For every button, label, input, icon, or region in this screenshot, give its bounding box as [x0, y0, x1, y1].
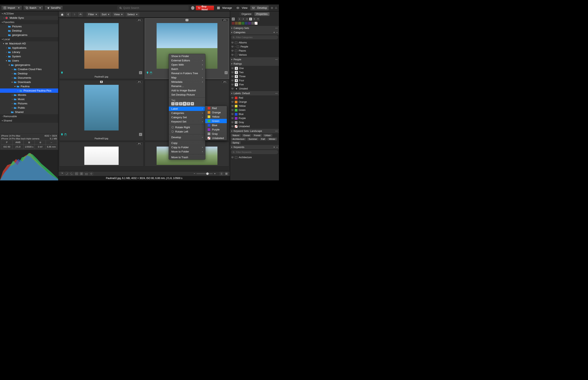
refresh-button[interactable] [89, 172, 93, 175]
keyword-tag[interactable]: Fall [259, 138, 266, 140]
tree-item-paulina[interactable]: ▾ Paulina [0, 84, 58, 89]
ctx-move-to[interactable]: Move to Folder› [169, 150, 205, 154]
ctx-copy[interactable]: Copy [169, 141, 205, 145]
label-row[interactable]: Unlabeled [231, 124, 278, 128]
tree-section-shared[interactable]: ▾Shared [0, 118, 58, 123]
ctx-reveal[interactable]: Reveal in Folders Tree [169, 71, 205, 76]
ctx-item[interactable]: Add to Image Basket [169, 88, 205, 93]
label-option[interactable]: Unlabeled [205, 136, 227, 140]
tree-item[interactable]: georgecairns [0, 33, 58, 37]
tree-item[interactable]: ›Pictures [0, 101, 58, 106]
rotate-cw-button[interactable] [70, 172, 74, 175]
tree-item-shared[interactable]: Shared [0, 110, 58, 114]
swatch-green[interactable] [242, 22, 244, 25]
tree-item[interactable]: ›Movies [0, 93, 58, 97]
compare-button[interactable] [80, 172, 83, 175]
label-row[interactable]: Gray [231, 120, 278, 124]
section-keywords[interactable]: ▾Keywords+ − [230, 145, 279, 149]
tree-item[interactable]: Pictures [0, 24, 58, 29]
thumb-cell[interactable]: JPG ✓ Paulina01.jpg [59, 18, 144, 79]
section-categories[interactable]: ▾Categories+ − [230, 30, 279, 35]
zoom-slider[interactable] [196, 173, 213, 174]
label-option[interactable]: Yellow [205, 114, 227, 119]
keyword-tag[interactable]: Nature [231, 134, 241, 137]
rotate-ccw-button[interactable] [65, 172, 69, 175]
quick-search[interactable] [117, 5, 189, 10]
keyword-tag[interactable]: Winter [267, 138, 277, 140]
keyword-tag[interactable]: Forest [252, 134, 262, 137]
tag-check[interactable]: ✓ [139, 71, 142, 74]
label-row[interactable]: Yellow [231, 104, 278, 108]
develop-mode[interactable]: Develop [250, 5, 269, 10]
swatch-blue[interactable] [245, 22, 248, 25]
tree-section-local[interactable]: ▾Local [0, 37, 58, 41]
label-option[interactable]: Green [205, 119, 227, 123]
slideshow-button[interactable] [75, 172, 78, 175]
ctx-item[interactable]: Set Desktop Picture [169, 93, 205, 97]
category-row[interactable]: Various [231, 53, 278, 57]
home-button[interactable] [60, 12, 64, 17]
manage-mode[interactable]: Manage [215, 5, 233, 10]
sort-menu[interactable]: Sort▼ [100, 12, 111, 17]
rating-row[interactable]: 4Four [231, 78, 278, 83]
up-button[interactable] [78, 12, 83, 17]
tab-organize[interactable]: Organize [239, 12, 253, 16]
thumb-cell[interactable]: JPG [59, 142, 144, 166]
section-labels[interactable]: ▾Labels: Default⋯ [230, 91, 279, 95]
section-people[interactable]: ▾People⋯ [230, 57, 279, 62]
ctx-item[interactable]: External Editors› [169, 58, 205, 63]
export-button[interactable] [60, 172, 64, 175]
tree-item[interactable]: ›Library [0, 50, 58, 54]
ctx-item[interactable]: Categories› [169, 111, 205, 115]
tag-check[interactable]: ✓ [139, 133, 142, 136]
category-row[interactable]: Places [231, 49, 278, 53]
basket-button[interactable] [84, 172, 88, 175]
ctx-item[interactable]: Label› [169, 107, 205, 111]
tree-item[interactable]: ›Creative Cloud Files [0, 67, 58, 71]
category-row[interactable]: Albums [231, 40, 278, 45]
keyword-tag[interactable]: Architecture [231, 138, 246, 140]
ctx-develop[interactable]: Develop› [169, 135, 205, 139]
buy-button[interactable]: Buy Now! [196, 5, 214, 10]
keyword-tag[interactable]: Spring [231, 141, 241, 144]
rating-row[interactable]: 2Two [231, 70, 278, 75]
ctx-copy-to[interactable]: Copy to Folder› [169, 145, 205, 150]
tree-item[interactable]: ›Desktop [0, 71, 58, 76]
rating-row[interactable]: ✕Unrated [231, 87, 278, 91]
tree-item[interactable]: ›Public [0, 106, 58, 110]
swatch-red[interactable] [232, 22, 235, 25]
label-option[interactable]: Orange [205, 110, 227, 114]
tree-item-mobile[interactable]: › Mobile Sync [0, 16, 58, 20]
tab-properties[interactable]: Properties [254, 12, 270, 16]
ctx-trash[interactable]: Move to Trash [169, 155, 205, 159]
section-kwsets[interactable]: ▾Keyword Sets: Landscape⋯ [230, 129, 279, 133]
keyword-tag[interactable]: Summer [247, 138, 259, 140]
rating-row[interactable]: 1One [231, 66, 278, 70]
tree-item-processed[interactable]: › Processed Paulina Pics [0, 89, 58, 93]
keyword-tag[interactable]: Urban [263, 134, 272, 137]
swatch-purple[interactable] [248, 22, 251, 25]
bell-icon[interactable] [275, 6, 277, 9]
rating-row[interactable]: 5Five [231, 83, 278, 87]
import-button[interactable]: Import▼ [1, 5, 22, 10]
label-row[interactable]: Green [231, 108, 278, 112]
ctx-item[interactable]: Open With› [169, 63, 205, 67]
batch-button[interactable]: Batch▼ [23, 5, 43, 10]
back-button[interactable] [66, 12, 71, 17]
ctx-item[interactable]: Keyword Set› [169, 119, 205, 124]
view-mode[interactable]: View [235, 5, 249, 10]
grid-view-button[interactable] [225, 172, 228, 175]
keyword-tag[interactable]: Ocean [242, 134, 252, 137]
keyword-row[interactable]: Architecture [231, 155, 278, 159]
label-row[interactable]: Purple [231, 116, 278, 120]
label-row[interactable]: Blue [231, 112, 278, 116]
ctx-item[interactable]: Map› [169, 76, 205, 80]
quick-search-input[interactable] [123, 6, 187, 9]
tree-item[interactable]: Desktop [0, 29, 58, 33]
tree-item[interactable]: ›Applications [0, 46, 58, 50]
sendpix-button[interactable]: SendPix [44, 5, 63, 10]
swatch-gray[interactable] [251, 22, 254, 25]
label-option[interactable]: Purple [205, 127, 227, 132]
select-menu[interactable]: Select▼ [126, 12, 139, 17]
rating-row[interactable]: 3Three [231, 75, 278, 78]
